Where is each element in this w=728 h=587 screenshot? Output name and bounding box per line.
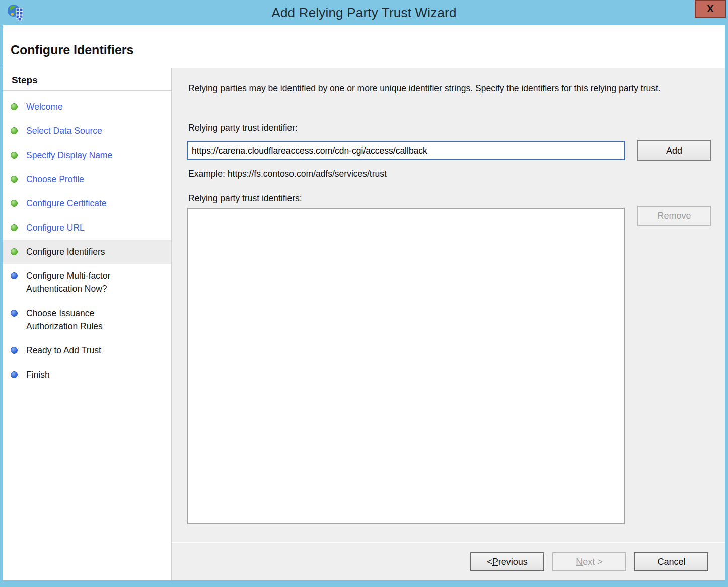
step-bullet-icon: [11, 224, 18, 231]
step-label: Select Data Source: [26, 124, 102, 137]
example-text: Example: https://fs.contoso.com/adfs/ser…: [188, 169, 387, 179]
window-title: Add Relying Party Trust Wizard: [0, 0, 728, 25]
step-bullet-icon: [11, 152, 18, 159]
step-bullet-icon: [11, 103, 18, 110]
identifiers-list-label: Relying party trust identifiers:: [188, 193, 302, 204]
step-label: Choose Issuance Authorization Rules: [26, 307, 142, 333]
identifier-input-label: Relying party trust identifier:: [188, 123, 298, 133]
sidebar-step-select-data-source[interactable]: Select Data Source: [3, 119, 171, 143]
next-label-accesskey: N: [576, 557, 583, 567]
sidebar-step-ready-to-add-trust[interactable]: Ready to Add Trust: [3, 338, 171, 362]
add-button[interactable]: Add: [637, 140, 711, 161]
previous-label-accesskey: P: [492, 557, 498, 567]
previous-label-rest: revious: [498, 557, 528, 567]
sidebar-step-configure-url[interactable]: Configure URL: [3, 215, 171, 240]
next-button[interactable]: Next >: [552, 552, 626, 571]
step-bullet-icon: [11, 371, 18, 378]
relying-party-identifier-input[interactable]: [187, 141, 625, 160]
steps-divider: [3, 90, 171, 91]
window-frame: Configure Identifiers Steps Welcome Sele…: [3, 25, 725, 580]
remove-button[interactable]: Remove: [637, 206, 711, 226]
step-label: Configure Multi-factor Authentication No…: [26, 269, 142, 296]
step-bullet-icon: [11, 176, 18, 183]
cancel-button[interactable]: Cancel: [634, 552, 708, 571]
step-bullet-icon: [11, 248, 18, 255]
sidebar-step-finish[interactable]: Finish: [3, 362, 171, 387]
identifiers-listbox[interactable]: [187, 208, 625, 524]
next-label-rest: ext >: [583, 557, 603, 567]
sidebar-step-choose-issuance-authorization-rules[interactable]: Choose Issuance Authorization Rules: [3, 301, 171, 338]
footer-button-bar: < Previous Next > Cancel: [172, 542, 725, 580]
sidebar-step-configure-multi-factor-authentication-now[interactable]: Configure Multi-factor Authentication No…: [3, 264, 171, 301]
step-bullet-icon: [11, 347, 18, 354]
steps-list: Welcome Select Data Source Specify Displ…: [3, 95, 171, 387]
sidebar-step-configure-identifiers[interactable]: Configure Identifiers: [3, 240, 171, 264]
step-label: Configure Identifiers: [26, 245, 105, 258]
step-label: Specify Display Name: [26, 149, 112, 162]
step-label: Choose Profile: [26, 173, 84, 186]
page-header: Configure Identifiers: [3, 25, 725, 68]
previous-label-pre: <: [487, 557, 492, 567]
step-label: Ready to Add Trust: [26, 344, 101, 357]
steps-sidebar: Steps Welcome Select Data Source Specify…: [3, 68, 172, 580]
step-bullet-icon: [11, 200, 18, 207]
step-label: Configure URL: [26, 221, 85, 234]
step-bullet-icon: [11, 127, 18, 134]
previous-button[interactable]: < Previous: [470, 552, 544, 571]
sidebar-step-specify-display-name[interactable]: Specify Display Name: [3, 143, 171, 167]
sidebar-step-choose-profile[interactable]: Choose Profile: [3, 167, 171, 191]
step-bullet-icon: [11, 272, 18, 279]
intro-text: Relying parties may be identified by one…: [188, 82, 704, 95]
sidebar-step-welcome[interactable]: Welcome: [3, 95, 171, 119]
page-title: Configure Identifiers: [11, 43, 133, 57]
step-label: Configure Certificate: [26, 197, 107, 210]
step-label: Finish: [26, 368, 50, 381]
wizard-window: Add Relying Party Trust Wizard X Configu…: [0, 0, 728, 587]
configure-identifiers-panel: Relying parties may be identified by one…: [172, 68, 725, 542]
close-button[interactable]: X: [695, 0, 726, 18]
titlebar: Add Relying Party Trust Wizard X: [0, 0, 728, 25]
step-label: Welcome: [26, 100, 63, 113]
sidebar-step-configure-certificate[interactable]: Configure Certificate: [3, 191, 171, 215]
step-bullet-icon: [11, 310, 18, 317]
steps-heading: Steps: [12, 75, 171, 86]
